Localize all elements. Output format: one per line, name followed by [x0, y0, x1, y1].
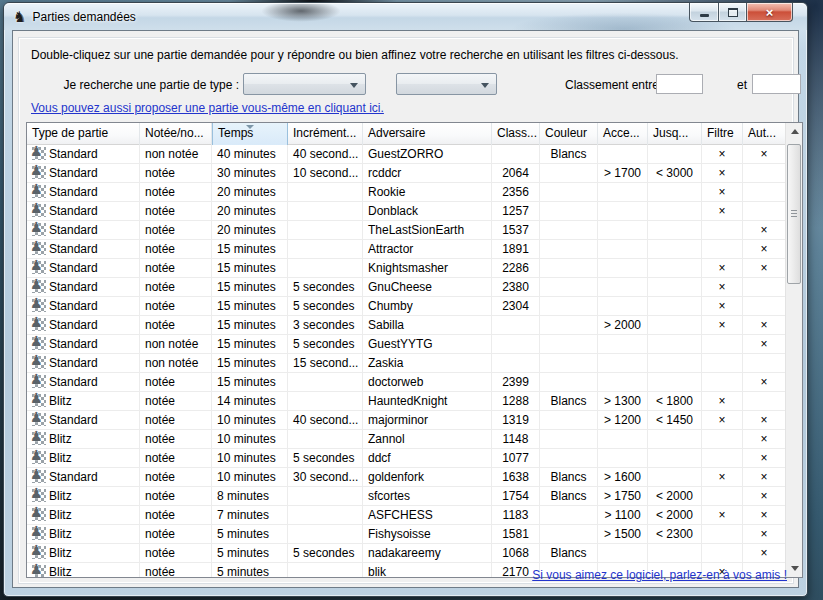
game-row[interactable]: ♟Blitznotée10 minutesZannol1148×: [27, 430, 785, 449]
cell-col3: 5 minutes: [212, 544, 288, 563]
game-row[interactable]: ♟Standardnotée15 minutes3 secondesSabill…: [27, 316, 785, 335]
game-row[interactable]: ♟Standardnotée20 minutesRookie2356×: [27, 183, 785, 202]
cell-col11: [743, 183, 785, 202]
cell-col1: ♟Standard: [27, 297, 140, 316]
game-row[interactable]: ♟Blitznotée5 minutes5 secondesnadakareem…: [27, 544, 785, 563]
chevron-down-icon: [481, 83, 489, 88]
cell-col3: 5 minutes: [212, 525, 288, 544]
game-row[interactable]: ♟Blitznotée10 minutes5 secondesddcf1077×: [27, 449, 785, 468]
vertical-scrollbar[interactable]: [785, 123, 802, 577]
column-header-2[interactable]: Notée/no...: [140, 123, 212, 145]
game-row[interactable]: ♟Standardnotée15 minutesdoctorweb2399×: [27, 373, 785, 392]
cell-col2: notée: [140, 297, 212, 316]
minimize-button[interactable]: [689, 3, 718, 22]
cell-col3: 10 minutes: [212, 430, 288, 449]
column-header-7[interactable]: Couleur: [540, 123, 598, 145]
game-row[interactable]: ♟Standardnotée15 minutesAttractor1891×: [27, 240, 785, 259]
cell-col1: ♟Standard: [27, 335, 140, 354]
share-link[interactable]: Si vous aimez ce logiciel, parlez-en à v…: [532, 568, 787, 582]
cell-col10: ×: [702, 202, 743, 221]
cell-col7: [540, 202, 598, 221]
cell-col8: [598, 240, 648, 259]
cell-col1: ♟Standard: [27, 183, 140, 202]
game-row[interactable]: ♟Blitznotée7 minutesASFCHESS1183> 1100< …: [27, 506, 785, 525]
game-row[interactable]: ♟Standardnotée15 minutes5 secondesChumby…: [27, 297, 785, 316]
game-row[interactable]: ♟Blitznotée5 minutesFishysoisse1581> 150…: [27, 525, 785, 544]
game-row[interactable]: ♟Standardnotée10 minutes40 second...majo…: [27, 411, 785, 430]
rating-filter-label: Classement entre: [565, 78, 659, 92]
maximize-button[interactable]: [718, 3, 747, 22]
cell-col9: [648, 449, 702, 468]
cell-col1: ♟Standard: [27, 145, 140, 164]
column-header-1[interactable]: Type de partie: [27, 123, 140, 145]
column-header-8[interactable]: Acce...: [598, 123, 648, 145]
game-row[interactable]: ♟Standardnon notée15 minutes5 secondesGu…: [27, 335, 785, 354]
scroll-down-button[interactable]: [786, 560, 803, 577]
game-type-combo[interactable]: [243, 73, 366, 95]
cell-col4: 15 second...: [288, 354, 363, 373]
cell-col2: non notée: [140, 145, 212, 164]
column-header-6[interactable]: Class...: [492, 123, 540, 145]
column-header-5[interactable]: Adversaire: [363, 123, 492, 145]
cell-col5: rcddcr: [363, 164, 492, 183]
cell-col11: ×: [743, 525, 785, 544]
column-header-4[interactable]: Incrément...: [288, 123, 363, 145]
game-row[interactable]: ♟Standardnotée20 minutesDonblack1257×: [27, 202, 785, 221]
cell-col2: notée: [140, 316, 212, 335]
cell-col8: [598, 335, 648, 354]
game-row[interactable]: ♟Blitznotée14 minutesHauntedKnight1288Bl…: [27, 392, 785, 411]
cell-col2: notée: [140, 487, 212, 506]
cell-col8: [598, 430, 648, 449]
column-header-3[interactable]: Temps: [212, 123, 288, 145]
game-row[interactable]: ♟Blitznotée8 minutessfcortes1754Blancs> …: [27, 487, 785, 506]
column-header-9[interactable]: Jusq...: [648, 123, 702, 145]
cell-col1: ♟Standard: [27, 259, 140, 278]
cell-col9: [648, 297, 702, 316]
cell-col6: 2064: [492, 164, 540, 183]
cell-col3: 15 minutes: [212, 240, 288, 259]
cell-col3: 10 minutes: [212, 468, 288, 487]
cell-col5: goldenfork: [363, 468, 492, 487]
cell-col5: sfcortes: [363, 487, 492, 506]
chess-pawn-icon: ♟: [32, 204, 46, 217]
scroll-up-button[interactable]: [786, 123, 803, 140]
cell-col2: notée: [140, 544, 212, 563]
cell-col4: 5 secondes: [288, 297, 363, 316]
game-row[interactable]: ♟Standardnotée10 minutes30 second...gold…: [27, 468, 785, 487]
cell-col10: [702, 449, 743, 468]
cell-col1: ♟Standard: [27, 221, 140, 240]
game-row[interactable]: ♟Standardnon notée40 minutes40 second...…: [27, 145, 785, 164]
cell-col8: [598, 259, 648, 278]
rating-max-input[interactable]: [752, 74, 801, 94]
game-row[interactable]: ♟Standardnotée15 minutes5 secondesGnuChe…: [27, 278, 785, 297]
cell-col2: notée: [140, 183, 212, 202]
cell-col3: 15 minutes: [212, 354, 288, 373]
cell-col4: [288, 183, 363, 202]
cell-col1: ♟Standard: [27, 240, 140, 259]
titlebar[interactable]: ♞ Parties demandées: [4, 3, 807, 30]
window-controls: ×: [689, 3, 793, 22]
rating-min-input[interactable]: [656, 74, 703, 94]
game-row[interactable]: ♟Standardnon notée15 minutes15 second...…: [27, 354, 785, 373]
column-header-10[interactable]: Filtre: [702, 123, 743, 145]
cell-col5: HauntedKnight: [363, 392, 492, 411]
cell-col2: notée: [140, 240, 212, 259]
cell-col9: [648, 468, 702, 487]
game-row[interactable]: ♟Standardnotée20 minutesTheLastSionEarth…: [27, 221, 785, 240]
game-row[interactable]: ♟Standardnotée30 minutes10 second...rcdd…: [27, 164, 785, 183]
cell-col1: ♟Standard: [27, 278, 140, 297]
cell-col2: notée: [140, 221, 212, 240]
chess-pawn-icon: ♟: [32, 546, 46, 559]
cell-col4: [288, 373, 363, 392]
cell-col8: [598, 145, 648, 164]
cell-col3: 14 minutes: [212, 392, 288, 411]
column-header-11[interactable]: Aut...: [743, 123, 785, 145]
scrollbar-thumb[interactable]: [787, 144, 801, 284]
game-variant-combo[interactable]: [396, 73, 497, 95]
cell-col7: Blancs: [540, 487, 598, 506]
propose-game-link[interactable]: Vous pouvez aussi proposer une partie vo…: [31, 101, 384, 115]
game-row[interactable]: ♟Standardnotée15 minutesKnightsmasher228…: [27, 259, 785, 278]
minimize-icon: [700, 14, 709, 17]
cell-col3: 20 minutes: [212, 202, 288, 221]
close-button[interactable]: ×: [747, 3, 793, 22]
